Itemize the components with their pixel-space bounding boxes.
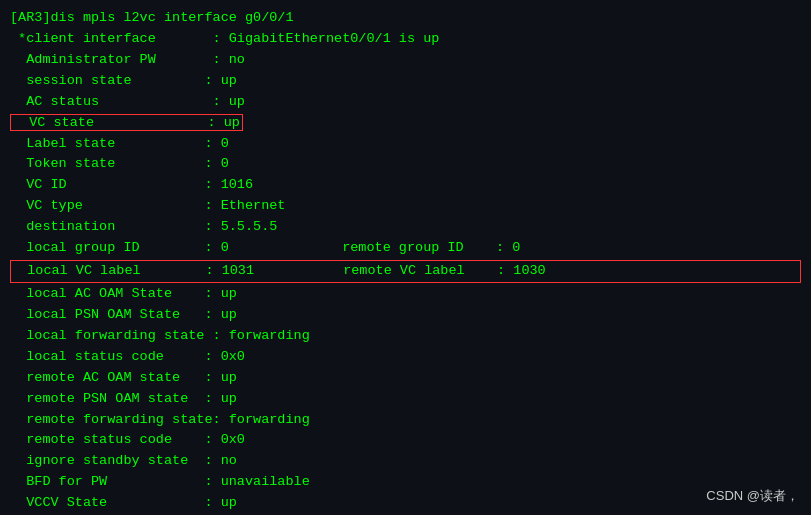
remote-status-line: remote status code : 0x0: [10, 430, 801, 451]
token-state-line: Token state : 0: [10, 154, 801, 175]
command-line: [AR3]dis mpls l2vc interface g0/0/1: [10, 8, 801, 29]
local-fwd-line: local forwarding state : forwarding: [10, 326, 801, 347]
terminal-window: [AR3]dis mpls l2vc interface g0/0/1 *cli…: [0, 0, 811, 515]
client-interface-line: *client interface : GigabitEthernet0/0/1…: [10, 29, 801, 50]
vc-type-line: VC type : Ethernet: [10, 196, 801, 217]
vccv-state-line: VCCV State : up: [10, 493, 801, 514]
local-psn-oam-line: local PSN OAM State : up: [10, 305, 801, 326]
group-id-line: local group ID : 0 remote group ID : 0: [10, 238, 801, 259]
remote-fwd-line: remote forwarding state: forwarding: [10, 410, 801, 431]
vc-state-highlight: VC state : up: [10, 114, 243, 131]
label-state-line: Label state : 0: [10, 134, 801, 155]
local-status-line: local status code : 0x0: [10, 347, 801, 368]
ac-status-line: AC status : up: [10, 92, 801, 113]
vc-id-line: VC ID : 1016: [10, 175, 801, 196]
destination-line: destination : 5.5.5.5: [10, 217, 801, 238]
session-state-line: session state : up: [10, 71, 801, 92]
bfd-pw-line: BFD for PW : unavailable: [10, 472, 801, 493]
remote-psn-oam-line: remote PSN OAM state : up: [10, 389, 801, 410]
vc-state-line: VC state : up: [10, 113, 801, 134]
admin-pw-line: Administrator PW : no: [10, 50, 801, 71]
ignore-standby-line: ignore standby state : no: [10, 451, 801, 472]
local-ac-oam-line: local AC OAM State : up: [10, 284, 801, 305]
local-vc-label-line: local VC label : 1031 remote VC label : …: [10, 260, 801, 283]
watermark: CSDN @读者，: [706, 487, 799, 505]
remote-ac-oam-line: remote AC OAM state : up: [10, 368, 801, 389]
